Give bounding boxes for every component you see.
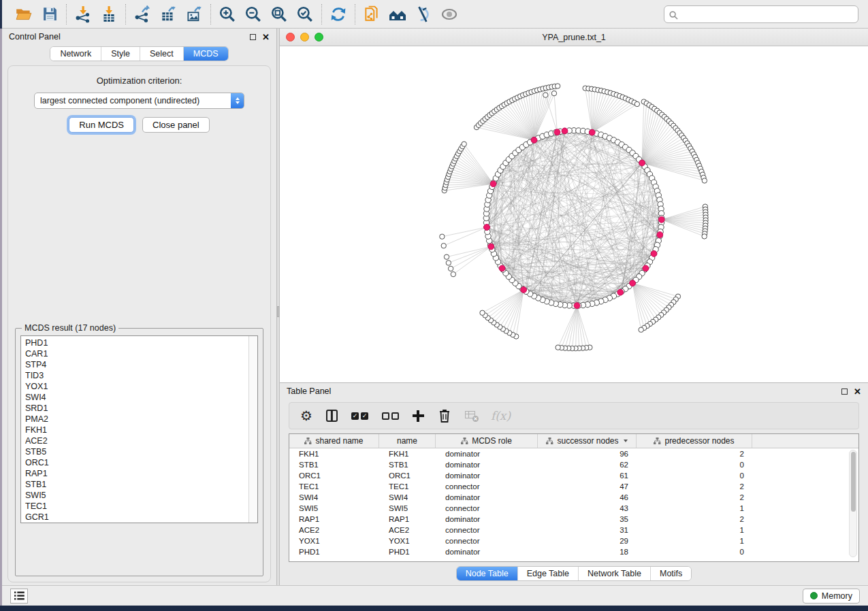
network-leaf-node[interactable]	[555, 84, 560, 88]
mcds-hub-node[interactable]	[531, 137, 537, 143]
mcds-hub-node[interactable]	[574, 303, 580, 309]
result-list-scrollbar[interactable]	[248, 336, 257, 523]
table-cell-predecessor-nodes[interactable]: 1	[637, 526, 752, 534]
mcds-hub-node[interactable]	[554, 129, 560, 135]
network-leaf-node[interactable]	[639, 327, 643, 332]
mcds-hub-node[interactable]	[499, 265, 505, 271]
table-cell-mcds-role[interactable]: dominator	[436, 515, 538, 523]
result-list-item[interactable]: PMA2	[25, 414, 257, 425]
mcds-hub-node[interactable]	[630, 280, 636, 286]
zoom-in-icon[interactable]	[218, 5, 237, 24]
mcds-hub-node[interactable]	[484, 225, 490, 231]
result-list-item[interactable]: GCR1	[25, 512, 257, 523]
table-cell-name[interactable]: ACE2	[379, 526, 436, 534]
result-list-item[interactable]: SRD1	[25, 403, 257, 414]
export-network-icon[interactable]	[133, 5, 152, 24]
table-cell-shared-name[interactable]: STB1	[289, 461, 379, 469]
close-table-panel-icon[interactable]: ✕	[854, 387, 861, 396]
table-cell-shared-name[interactable]: RAP1	[289, 515, 379, 523]
table-cell-predecessor-nodes[interactable]: 1	[637, 537, 752, 545]
network-leaf-node[interactable]	[480, 310, 485, 315]
delete-icon[interactable]	[438, 407, 451, 425]
network-leaf-node[interactable]	[440, 234, 445, 239]
table-cell-predecessor-nodes[interactable]: 0	[637, 548, 752, 556]
tab-node-table[interactable]: Node Table	[457, 567, 518, 580]
table-cell-successor-nodes[interactable]: 18	[538, 548, 637, 556]
table-cell-predecessor-nodes[interactable]: 2	[637, 515, 752, 523]
table-row[interactable]: RAP1RAP1dominator352	[289, 514, 858, 525]
result-list-item[interactable]: RAP1	[25, 468, 257, 479]
network-leaf-node[interactable]	[441, 244, 446, 248]
mcds-hub-node[interactable]	[658, 216, 664, 222]
table-row[interactable]: SWI4SWI4dominator462	[289, 492, 858, 503]
mcds-hub-node[interactable]	[488, 244, 494, 250]
table-row[interactable]: STB1STB1dominator620	[289, 459, 858, 470]
eye-icon[interactable]	[440, 5, 459, 24]
zoom-selected-icon[interactable]	[295, 5, 315, 24]
table-cell-mcds-role[interactable]: dominator	[436, 493, 538, 501]
settings-gear-icon[interactable]: ⚙	[300, 407, 312, 425]
save-icon[interactable]	[40, 5, 59, 24]
run-mcds-button[interactable]: Run MCDS	[69, 117, 134, 133]
table-cell-shared-name[interactable]: SWI4	[289, 493, 379, 501]
network-leaf-node[interactable]	[446, 261, 451, 265]
table-cell-shared-name[interactable]: YOX1	[289, 537, 379, 545]
table-row[interactable]: PHD1PHD1dominator180	[289, 546, 858, 557]
table-cell-mcds-role[interactable]: connector	[436, 526, 538, 534]
table-cell-name[interactable]: ORC1	[379, 472, 436, 480]
table-cell-successor-nodes[interactable]: 62	[538, 461, 637, 469]
network-canvas[interactable]	[280, 46, 868, 382]
export-image-icon[interactable]	[184, 5, 204, 24]
mcds-hub-node[interactable]	[657, 232, 663, 238]
column-header-name[interactable]: name	[379, 434, 436, 448]
table-cell-shared-name[interactable]: TEC1	[289, 482, 379, 491]
table-row[interactable]: YOX1YOX1connector291	[289, 535, 858, 546]
table-cell-name[interactable]: PHD1	[379, 548, 436, 556]
table-cell-predecessor-nodes[interactable]: 0	[637, 461, 752, 469]
mcds-hub-node[interactable]	[651, 250, 657, 257]
table-row[interactable]: FKH1FKH1dominator962	[289, 448, 858, 459]
table-cell-successor-nodes[interactable]: 35	[538, 515, 637, 523]
table-cell-mcds-role[interactable]: dominator	[436, 450, 538, 458]
export-table-icon[interactable]	[159, 5, 178, 24]
tab-network-table[interactable]: Network Table	[579, 567, 651, 580]
column-header-predecessor-nodes[interactable]: predecessor nodes	[637, 434, 752, 448]
result-list-item[interactable]: STB1	[25, 479, 257, 490]
network-leaf-node[interactable]	[702, 234, 707, 239]
table-scrollbar-thumb[interactable]	[851, 452, 856, 512]
table-cell-successor-nodes[interactable]: 43	[538, 504, 637, 512]
refresh-icon[interactable]	[329, 5, 348, 24]
network-leaf-node[interactable]	[448, 266, 453, 271]
network-leaf-node[interactable]	[543, 93, 548, 97]
select-all-rows-icon[interactable]: ✓✓	[351, 407, 368, 425]
deselect-all-rows-icon[interactable]	[382, 407, 399, 425]
mcds-hub-node[interactable]	[639, 160, 645, 166]
table-cell-successor-nodes[interactable]: 96	[538, 450, 637, 458]
divider-handle[interactable]	[277, 306, 279, 317]
table-row[interactable]: ACE2ACE2connector311	[289, 525, 858, 535]
table-cell-successor-nodes[interactable]: 29	[538, 537, 637, 545]
network-leaf-node[interactable]	[551, 91, 556, 96]
result-list-item[interactable]: TID3	[25, 370, 257, 381]
table-cell-predecessor-nodes[interactable]: 2	[637, 450, 752, 458]
result-list-item[interactable]: CAR1	[25, 348, 257, 359]
column-header-shared-name[interactable]: shared name	[289, 434, 379, 448]
result-list-item[interactable]: SWI5	[25, 490, 257, 501]
table-scrollbar[interactable]	[849, 450, 857, 557]
network-from-file-icon[interactable]	[362, 5, 381, 24]
table-row[interactable]: ORC1ORC1dominator610	[289, 470, 858, 481]
result-list-item[interactable]: YOX1	[25, 381, 257, 392]
optimization-criterion-dropdown[interactable]: largest connected component (undirected)	[34, 93, 244, 109]
table-cell-name[interactable]: FKH1	[379, 450, 436, 458]
table-cell-successor-nodes[interactable]: 31	[538, 526, 637, 534]
home-networks-icon[interactable]	[388, 5, 407, 24]
tab-edge-table[interactable]: Edge Table	[518, 567, 579, 580]
mcds-hub-node[interactable]	[490, 181, 496, 187]
panel-divider-vertical[interactable]	[276, 29, 280, 585]
table-cell-mcds-role[interactable]: connector	[436, 537, 538, 545]
table-cell-name[interactable]: STB1	[379, 461, 436, 469]
table-cell-shared-name[interactable]: ORC1	[289, 472, 379, 480]
table-cell-shared-name[interactable]: PHD1	[289, 548, 379, 556]
table-cell-mcds-role[interactable]: dominator	[436, 461, 538, 469]
table-cell-shared-name[interactable]: FKH1	[289, 450, 379, 458]
